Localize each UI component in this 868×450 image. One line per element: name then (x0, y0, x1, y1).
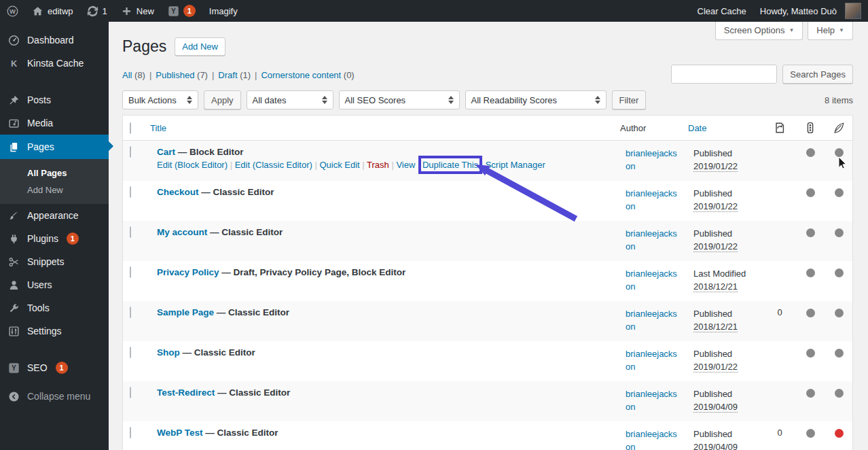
page-title-link[interactable]: Cart (157, 147, 175, 157)
items-count: 8 items (825, 95, 853, 105)
help-button[interactable]: Help ▼ (808, 22, 853, 40)
row-action-view[interactable]: View (396, 160, 415, 170)
sidebar-item-seo[interactable]: YSEO1 (0, 356, 109, 379)
sidebar-item-posts[interactable]: Posts (0, 88, 109, 111)
date-text: 2019/04/09 (693, 402, 738, 413)
site-name-label: editwp (48, 6, 73, 16)
page-title-link[interactable]: WebP Test (157, 428, 203, 438)
row-action-edit-block-editor-[interactable]: Edit (Block Editor) (157, 160, 228, 170)
page-title-link[interactable]: Shop (157, 347, 180, 358)
seo-scores-select[interactable]: All SEO Scores (339, 90, 460, 109)
column-header-title[interactable]: Title (150, 123, 620, 133)
pin-icon (7, 94, 20, 106)
row-checkbox[interactable] (130, 146, 131, 158)
row-checkbox[interactable] (130, 387, 131, 398)
screen-options-button[interactable]: Screen Options ▼ (715, 22, 803, 40)
readability-scores-select[interactable]: All Readability Scores (465, 90, 607, 109)
settings-icon (7, 326, 20, 337)
row-action-script-manager[interactable]: Script Manager (486, 160, 545, 170)
author-link[interactable]: brianleejackson (626, 269, 677, 292)
select-arrows-icon (595, 96, 600, 104)
account-label: Howdy, Matteo Duò (760, 6, 837, 16)
bulk-actions-select[interactable]: Bulk Actions (122, 90, 198, 109)
sidebar-item-tools[interactable]: Tools (0, 296, 109, 319)
admin-bar-item-wordpress-logo[interactable]: W (0, 0, 25, 22)
author-link[interactable]: brianleejackson (626, 228, 677, 252)
row-action-duplicate-this[interactable]: Duplicate This (422, 160, 478, 170)
filter-link-cornerstone-content[interactable]: Cornerstone content (261, 70, 341, 80)
admin-bar-item-clear-cache[interactable]: Clear Cache (691, 0, 753, 22)
row-title-line: Test-Redirect — Classic Editor (157, 387, 613, 398)
filter-separator: | (212, 70, 214, 80)
sidebar-item-dashboard[interactable]: Dashboard (0, 29, 109, 52)
sidebar-item-collapse-menu[interactable]: Collapse menu (0, 385, 109, 408)
apply-button[interactable]: Apply (204, 90, 241, 109)
filter-link-published[interactable]: Published (156, 70, 194, 80)
row-action-quick-edit[interactable]: Quick Edit (319, 160, 359, 170)
search-input[interactable] (671, 65, 777, 84)
date-value: 2019/04/09 (693, 400, 759, 413)
sidebar-item-media[interactable]: Media (0, 111, 109, 135)
row-title-line: My account — Classic Editor (157, 227, 613, 237)
row-checkbox[interactable] (130, 266, 131, 278)
page-title-link[interactable]: Test-Redirect (157, 387, 215, 398)
page-title-link[interactable]: Privacy Policy (157, 267, 219, 277)
author-link[interactable]: brianleejackson (626, 349, 677, 372)
sidebar-item-plugins[interactable]: Plugins1 (0, 227, 109, 250)
select-arrows-icon (448, 96, 454, 104)
filter-link-all[interactable]: All (122, 70, 132, 80)
admin-bar-item-new-content[interactable]: New (114, 0, 161, 22)
imagify-label: Imagify (209, 6, 238, 16)
author-link[interactable]: brianleejackson (626, 429, 677, 450)
filter-button[interactable]: Filter (612, 90, 647, 109)
readability-score-cell (825, 421, 852, 438)
readability-score-dot (835, 228, 844, 237)
bulk-actions-select-value: Bulk Actions (128, 95, 177, 105)
admin-bar-item-yoast-notifications[interactable]: Y1 (161, 0, 202, 22)
row-checkbox[interactable] (130, 226, 131, 238)
date-value: 2018/12/21 (693, 280, 759, 293)
plus-icon (121, 5, 132, 17)
admin-bar-item-site-name[interactable]: editwp (25, 0, 80, 22)
sidebar-item-pages[interactable]: Pages (0, 135, 109, 159)
sidebar-item-settings[interactable]: Settings (0, 319, 109, 343)
sidebar-item-kinsta-cache[interactable]: KKinsta Cache (0, 52, 109, 75)
search-pages-button[interactable]: Search Pages (782, 65, 853, 84)
select-arrows-icon (322, 96, 327, 104)
dates-filter-select[interactable]: All dates (247, 90, 333, 109)
admin-bar-item-imagify[interactable]: Imagify (202, 0, 245, 22)
author-link[interactable]: brianleejackson (626, 148, 677, 171)
seo-score-dot (806, 188, 815, 197)
row-checkbox[interactable] (130, 347, 131, 358)
add-new-button[interactable]: Add New (175, 37, 225, 56)
submenu-item-add-new[interactable]: Add New (0, 181, 109, 198)
sidebar-item-snippets[interactable]: Snippets (0, 250, 109, 273)
page-title-link[interactable]: My account (157, 227, 207, 237)
author-link[interactable]: brianleejackson (626, 389, 677, 412)
sidebar-item-users[interactable]: Users (0, 273, 109, 296)
admin-bar-item-updates[interactable]: 1 (80, 0, 114, 22)
post-state: — Classic Editor (199, 187, 274, 197)
submenu-item-all-pages[interactable]: All Pages (0, 165, 109, 181)
admin-bar-item-account[interactable]: Howdy, Matteo Duò (753, 0, 868, 22)
column-header-date[interactable]: Date (688, 123, 764, 133)
select-all-checkbox[interactable] (130, 122, 131, 134)
script-count-cell (764, 261, 795, 267)
filter-link-draft[interactable]: Draft (218, 70, 237, 80)
row-action-edit-classic-editor-[interactable]: Edit (Classic Editor) (235, 160, 312, 170)
readability-score-dot (835, 389, 844, 398)
sidebar-item-appearance[interactable]: Appearance (0, 204, 109, 227)
sidebar-item-label: Media (27, 118, 53, 128)
page-title-link[interactable]: Checkout (157, 187, 199, 197)
author-link[interactable]: brianleejackson (626, 309, 677, 332)
row-action-trash[interactable]: Trash (367, 160, 389, 170)
script-count-cell: 0 (764, 301, 795, 317)
page-title-link[interactable]: Sample Page (157, 307, 214, 317)
row-checkbox[interactable] (130, 427, 131, 438)
home-icon (32, 5, 43, 17)
table-row: Test-Redirect — Classic Editorbrianleeja… (123, 381, 852, 421)
author-link[interactable]: brianleejackson (626, 188, 677, 211)
row-checkbox[interactable] (130, 307, 131, 318)
post-state: — Classic Editor (203, 428, 278, 438)
row-checkbox[interactable] (130, 186, 131, 198)
